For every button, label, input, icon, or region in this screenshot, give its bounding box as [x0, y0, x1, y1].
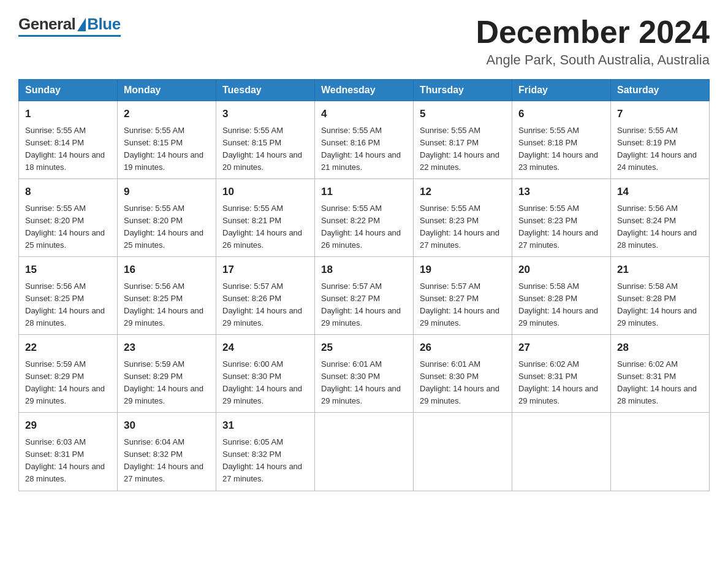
logo-underline	[18, 35, 121, 37]
day-number: 27	[518, 340, 604, 356]
header-monday: Monday	[118, 80, 216, 101]
day-number: 14	[617, 184, 703, 200]
day-number: 12	[420, 184, 506, 200]
calendar-cell: 29 Sunrise: 6:03 AMSunset: 8:31 PMDaylig…	[19, 413, 118, 491]
day-number: 31	[222, 418, 308, 434]
calendar-cell: 17 Sunrise: 5:57 AMSunset: 8:26 PMDaylig…	[216, 257, 315, 335]
day-info: Sunrise: 5:55 AMSunset: 8:20 PMDaylight:…	[25, 204, 105, 250]
day-info: Sunrise: 5:57 AMSunset: 8:27 PMDaylight:…	[420, 282, 499, 327]
calendar-cell: 21 Sunrise: 5:58 AMSunset: 8:28 PMDaylig…	[611, 257, 710, 335]
day-info: Sunrise: 5:55 AMSunset: 8:14 PMDaylight:…	[25, 126, 105, 172]
day-info: Sunrise: 6:03 AMSunset: 8:31 PMDaylight:…	[25, 437, 105, 483]
calendar-cell: 12 Sunrise: 5:55 AMSunset: 8:23 PMDaylig…	[414, 179, 512, 257]
day-info: Sunrise: 6:00 AMSunset: 8:30 PMDaylight:…	[222, 359, 302, 405]
calendar-cell	[414, 413, 512, 491]
day-info: Sunrise: 5:55 AMSunset: 8:18 PMDaylight:…	[518, 126, 598, 172]
calendar-cell: 20 Sunrise: 5:58 AMSunset: 8:28 PMDaylig…	[512, 257, 611, 335]
calendar-cell: 1 Sunrise: 5:55 AMSunset: 8:14 PMDayligh…	[19, 101, 118, 179]
calendar-cell: 4 Sunrise: 5:55 AMSunset: 8:16 PMDayligh…	[315, 101, 414, 179]
day-info: Sunrise: 5:55 AMSunset: 8:23 PMDaylight:…	[420, 204, 499, 250]
day-number: 4	[321, 106, 407, 122]
day-number: 29	[25, 418, 111, 434]
day-number: 6	[518, 106, 604, 122]
day-info: Sunrise: 5:55 AMSunset: 8:17 PMDaylight:…	[420, 126, 499, 172]
day-number: 24	[222, 340, 308, 356]
day-info: Sunrise: 5:55 AMSunset: 8:23 PMDaylight:…	[518, 204, 598, 250]
logo-triangle-icon	[77, 18, 86, 31]
day-info: Sunrise: 5:58 AMSunset: 8:28 PMDaylight:…	[518, 282, 598, 327]
calendar-cell: 31 Sunrise: 6:05 AMSunset: 8:32 PMDaylig…	[216, 413, 315, 491]
day-info: Sunrise: 5:57 AMSunset: 8:27 PMDaylight:…	[321, 282, 401, 327]
day-info: Sunrise: 5:57 AMSunset: 8:26 PMDaylight:…	[222, 282, 302, 327]
day-info: Sunrise: 5:55 AMSunset: 8:22 PMDaylight:…	[321, 204, 401, 250]
day-info: Sunrise: 5:55 AMSunset: 8:16 PMDaylight:…	[321, 126, 401, 172]
calendar-cell: 18 Sunrise: 5:57 AMSunset: 8:27 PMDaylig…	[315, 257, 414, 335]
logo-blue-text: Blue	[87, 15, 120, 34]
calendar-cell: 2 Sunrise: 5:55 AMSunset: 8:15 PMDayligh…	[118, 101, 216, 179]
header-sunday: Sunday	[19, 80, 118, 101]
day-number: 2	[124, 106, 210, 122]
day-info: Sunrise: 5:55 AMSunset: 8:15 PMDaylight:…	[124, 126, 203, 172]
day-number: 19	[420, 262, 506, 278]
page-header: General Blue December 2024 Angle Park, S…	[18, 15, 710, 68]
calendar-cell	[611, 413, 710, 491]
day-number: 20	[518, 262, 604, 278]
day-number: 23	[124, 340, 210, 356]
calendar-cell: 10 Sunrise: 5:55 AMSunset: 8:21 PMDaylig…	[216, 179, 315, 257]
day-number: 7	[617, 106, 703, 122]
calendar-cell: 30 Sunrise: 6:04 AMSunset: 8:32 PMDaylig…	[118, 413, 216, 491]
calendar-cell: 14 Sunrise: 5:56 AMSunset: 8:24 PMDaylig…	[611, 179, 710, 257]
day-info: Sunrise: 5:59 AMSunset: 8:29 PMDaylight:…	[124, 359, 203, 405]
calendar-cell: 7 Sunrise: 5:55 AMSunset: 8:19 PMDayligh…	[611, 101, 710, 179]
day-number: 21	[617, 262, 703, 278]
calendar-cell: 22 Sunrise: 5:59 AMSunset: 8:29 PMDaylig…	[19, 335, 118, 413]
logo: General Blue	[18, 15, 121, 37]
day-info: Sunrise: 6:02 AMSunset: 8:31 PMDaylight:…	[617, 359, 697, 405]
day-number: 3	[222, 106, 308, 122]
day-number: 17	[222, 262, 308, 278]
day-number: 5	[420, 106, 506, 122]
logo-general-text: General	[18, 15, 75, 34]
calendar-week-5: 29 Sunrise: 6:03 AMSunset: 8:31 PMDaylig…	[19, 413, 710, 491]
day-number: 22	[25, 340, 111, 356]
weekday-header-row: Sunday Monday Tuesday Wednesday Thursday…	[19, 80, 710, 101]
calendar-cell: 19 Sunrise: 5:57 AMSunset: 8:27 PMDaylig…	[414, 257, 512, 335]
day-number: 10	[222, 184, 308, 200]
calendar-table: Sunday Monday Tuesday Wednesday Thursday…	[18, 79, 710, 491]
header-thursday: Thursday	[414, 80, 512, 101]
day-info: Sunrise: 5:55 AMSunset: 8:15 PMDaylight:…	[222, 126, 302, 172]
day-info: Sunrise: 6:01 AMSunset: 8:30 PMDaylight:…	[420, 359, 499, 405]
day-number: 1	[25, 106, 111, 122]
location-subtitle: Angle Park, South Australia, Australia	[476, 52, 710, 68]
day-info: Sunrise: 6:01 AMSunset: 8:30 PMDaylight:…	[321, 359, 401, 405]
calendar-cell: 15 Sunrise: 5:56 AMSunset: 8:25 PMDaylig…	[19, 257, 118, 335]
month-title: December 2024	[476, 15, 710, 50]
day-info: Sunrise: 5:55 AMSunset: 8:19 PMDaylight:…	[617, 126, 697, 172]
day-number: 26	[420, 340, 506, 356]
calendar-cell: 9 Sunrise: 5:55 AMSunset: 8:20 PMDayligh…	[118, 179, 216, 257]
day-number: 18	[321, 262, 407, 278]
day-number: 8	[25, 184, 111, 200]
calendar-cell: 6 Sunrise: 5:55 AMSunset: 8:18 PMDayligh…	[512, 101, 611, 179]
calendar-cell: 3 Sunrise: 5:55 AMSunset: 8:15 PMDayligh…	[216, 101, 315, 179]
day-number: 11	[321, 184, 407, 200]
header-saturday: Saturday	[611, 80, 710, 101]
day-info: Sunrise: 5:55 AMSunset: 8:21 PMDaylight:…	[222, 204, 302, 250]
calendar-cell	[512, 413, 611, 491]
day-info: Sunrise: 5:56 AMSunset: 8:24 PMDaylight:…	[617, 204, 697, 250]
day-info: Sunrise: 5:58 AMSunset: 8:28 PMDaylight:…	[617, 282, 697, 327]
calendar-cell: 25 Sunrise: 6:01 AMSunset: 8:30 PMDaylig…	[315, 335, 414, 413]
day-number: 15	[25, 262, 111, 278]
calendar-cell: 27 Sunrise: 6:02 AMSunset: 8:31 PMDaylig…	[512, 335, 611, 413]
calendar-cell: 16 Sunrise: 5:56 AMSunset: 8:25 PMDaylig…	[118, 257, 216, 335]
day-info: Sunrise: 6:05 AMSunset: 8:32 PMDaylight:…	[222, 437, 302, 483]
calendar-cell	[315, 413, 414, 491]
calendar-week-4: 22 Sunrise: 5:59 AMSunset: 8:29 PMDaylig…	[19, 335, 710, 413]
day-number: 25	[321, 340, 407, 356]
day-info: Sunrise: 5:59 AMSunset: 8:29 PMDaylight:…	[25, 359, 105, 405]
calendar-week-2: 8 Sunrise: 5:55 AMSunset: 8:20 PMDayligh…	[19, 179, 710, 257]
header-friday: Friday	[512, 80, 611, 101]
calendar-cell: 11 Sunrise: 5:55 AMSunset: 8:22 PMDaylig…	[315, 179, 414, 257]
calendar-cell: 24 Sunrise: 6:00 AMSunset: 8:30 PMDaylig…	[216, 335, 315, 413]
title-section: December 2024 Angle Park, South Australi…	[476, 15, 710, 68]
